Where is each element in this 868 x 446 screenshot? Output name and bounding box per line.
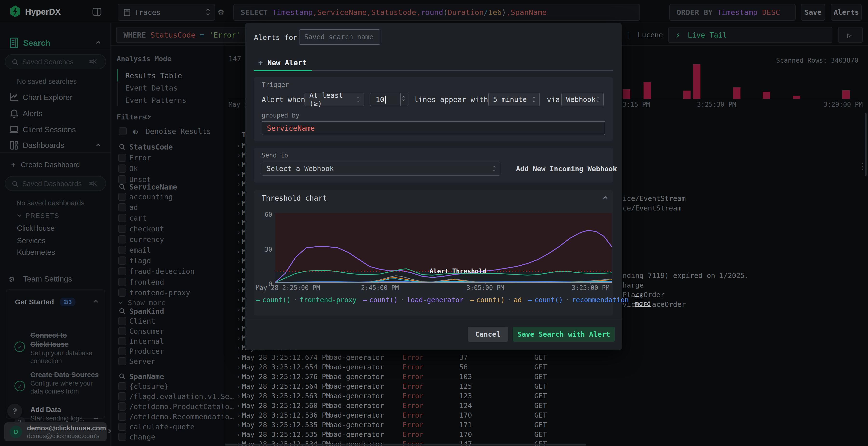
chart-x-start-label: May 28 2:25:00 PM xyxy=(256,284,320,291)
grouped-by-label: grouped by xyxy=(261,112,300,119)
chart-x-tick-label: 3:25:00 PM xyxy=(572,284,610,291)
tab-new-alert-label: New Alert xyxy=(268,59,307,67)
legend-metric: count() xyxy=(262,296,291,304)
number-spinner[interactable] xyxy=(400,93,408,106)
legend-metric: count() xyxy=(476,296,505,304)
condition-value: At least (≥) xyxy=(309,91,357,108)
send-to-label: Send to xyxy=(261,152,288,159)
legend-more-button[interactable]: +3 more xyxy=(635,293,651,307)
chart-legend: —count()·frontend-proxy—count()·load-gen… xyxy=(256,295,608,305)
lines-appear-label: lines appear within xyxy=(414,95,497,104)
grouped-by-value: ServiceName xyxy=(267,124,315,132)
save-search-with-alert-button[interactable]: Save Search with Alert xyxy=(513,327,615,342)
save-button-label: Save Search with Alert xyxy=(518,330,610,338)
webhook-select-value: Select a Webhook xyxy=(267,165,334,173)
modal-footer-divider xyxy=(245,318,622,318)
legend-item-recommendation: —count()·recommendation xyxy=(528,296,629,304)
saved-search-name-input[interactable]: Saved search name xyxy=(299,29,380,45)
via-label: via xyxy=(547,95,560,104)
legend-swatch: — xyxy=(470,296,474,304)
plus-icon: + xyxy=(258,58,263,67)
threshold-number-input[interactable]: 10 xyxy=(370,93,408,106)
add-webhook-link[interactable]: Add New Incoming Webhook xyxy=(516,165,617,173)
text-cursor xyxy=(385,96,386,104)
tab-underline-active xyxy=(254,70,312,71)
legend-series-name: load-generator xyxy=(406,296,463,304)
legend-series-name: recommendation xyxy=(572,296,629,304)
trigger-section: Trigger Alert when At least (≥) 10 lines… xyxy=(254,77,613,141)
hyperdx-app: HyperDX Traces ⚙ SELECT Timestamp,Servic… xyxy=(0,0,868,446)
legend-separator: · xyxy=(507,296,511,304)
alert-when-label: Alert when xyxy=(261,95,305,104)
legend-separator: · xyxy=(400,296,404,304)
threshold-value: 10 xyxy=(376,95,384,104)
legend-swatch: — xyxy=(256,296,260,304)
saved-search-name-placeholder: Saved search name xyxy=(304,33,373,41)
legend-swatch: — xyxy=(528,296,532,304)
legend-swatch: — xyxy=(363,296,367,304)
select-updown-icon xyxy=(357,97,359,102)
channel-value: Webhook xyxy=(566,95,595,104)
legend-series-name: frontend-proxy xyxy=(300,296,356,304)
trigger-label: Trigger xyxy=(261,81,289,89)
chart-x-tick-label: 3:05:00 PM xyxy=(466,284,504,291)
threshold-chart-title: Threshold chart xyxy=(261,194,327,202)
legend-item-ad: —count()·ad xyxy=(470,296,522,304)
chart-collapse-icon[interactable] xyxy=(603,197,608,201)
cancel-button-label: Cancel xyxy=(475,330,500,338)
legend-metric: count() xyxy=(369,296,398,304)
channel-select[interactable]: Webhook xyxy=(561,93,604,106)
legend-separator: · xyxy=(293,296,297,304)
legend-metric: count() xyxy=(534,296,563,304)
condition-select[interactable]: At least (≥) xyxy=(305,93,364,106)
chart-x-tick-label: 2:45:00 PM xyxy=(361,284,399,291)
legend-item-frontend-proxy: —count()·frontend-proxy xyxy=(256,296,356,304)
alert-threshold-label: Alert Threshold xyxy=(430,268,486,275)
legend-separator: · xyxy=(565,296,569,304)
select-updown-icon xyxy=(597,97,599,102)
grouped-by-input[interactable]: ServiceName xyxy=(261,121,605,135)
window-value: 5 minute xyxy=(493,95,527,104)
y-tick-30: 30 xyxy=(265,246,272,253)
threshold-chart-section: Threshold chart 60 30 0 Alert Threshold … xyxy=(254,190,613,315)
alert-modal: Alerts for Saved search name + New Alert… xyxy=(245,23,622,350)
alert-threshold-chart[interactable]: Alert Threshold xyxy=(275,213,612,284)
webhook-select[interactable]: Select a Webhook xyxy=(261,162,500,176)
legend-series-name: ad xyxy=(514,296,522,304)
select-updown-icon xyxy=(493,166,495,171)
window-select[interactable]: 5 minute xyxy=(488,93,540,106)
send-to-section: Send to Select a Webhook Add New Incomin… xyxy=(254,148,613,182)
legend-item-load-generator: —count()·load-generator xyxy=(363,296,464,304)
select-updown-icon xyxy=(533,97,535,102)
cancel-button[interactable]: Cancel xyxy=(468,327,508,342)
modal-title: Alerts for xyxy=(254,33,298,42)
y-tick-60: 60 xyxy=(265,211,272,218)
